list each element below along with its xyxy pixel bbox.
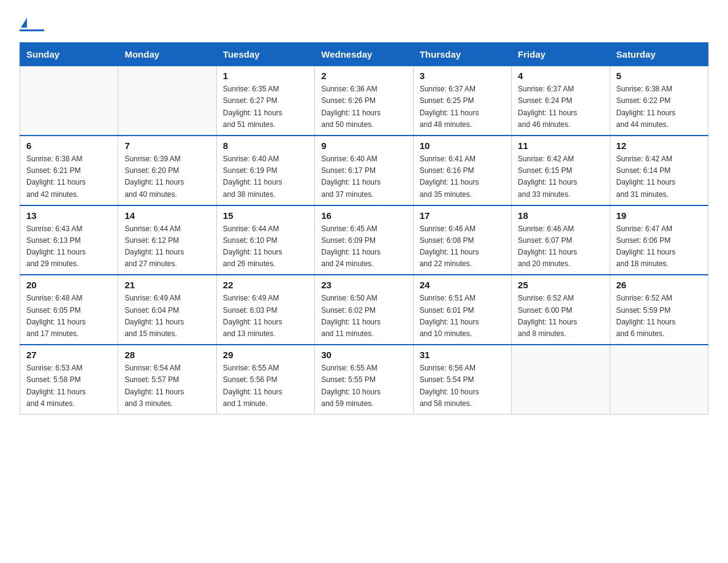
day-number: 15 (223, 210, 308, 221)
calendar-cell: 31Sunrise: 6:56 AMSunset: 5:54 PMDayligh… (413, 345, 511, 414)
calendar-cell: 20Sunrise: 6:48 AMSunset: 6:05 PMDayligh… (20, 275, 118, 345)
day-number: 28 (124, 350, 210, 360)
calendar-cell: 6Sunrise: 6:38 AMSunset: 6:21 PMDaylight… (20, 136, 118, 205)
day-number: 14 (124, 210, 210, 221)
day-info: Sunrise: 6:38 AMSunset: 6:22 PMDaylight:… (616, 83, 702, 131)
calendar-table: SundayMondayTuesdayWednesdayThursdayFrid… (20, 42, 708, 415)
day-number: 16 (321, 210, 406, 221)
calendar-header-thursday: Thursday (413, 43, 511, 66)
day-info: Sunrise: 6:43 AMSunset: 6:13 PMDaylight:… (26, 223, 112, 270)
calendar-week-row: 1Sunrise: 6:35 AMSunset: 6:27 PMDaylight… (20, 66, 708, 136)
calendar-cell: 12Sunrise: 6:42 AMSunset: 6:14 PMDayligh… (610, 136, 708, 205)
calendar-header-sunday: Sunday (20, 43, 118, 66)
day-number: 1 (223, 71, 308, 81)
calendar-cell: 19Sunrise: 6:47 AMSunset: 6:06 PMDayligh… (610, 205, 708, 275)
day-number: 18 (518, 210, 603, 221)
calendar-cell: 25Sunrise: 6:52 AMSunset: 6:00 PMDayligh… (512, 275, 610, 345)
header (20, 15, 708, 31)
calendar-cell: 29Sunrise: 6:55 AMSunset: 5:56 PMDayligh… (216, 345, 314, 414)
calendar-cell: 26Sunrise: 6:52 AMSunset: 5:59 PMDayligh… (610, 275, 708, 345)
calendar-cell: 28Sunrise: 6:54 AMSunset: 5:57 PMDayligh… (118, 345, 216, 414)
day-info: Sunrise: 6:46 AMSunset: 6:07 PMDaylight:… (518, 223, 603, 270)
day-number: 12 (616, 140, 702, 151)
calendar-cell: 23Sunrise: 6:50 AMSunset: 6:02 PMDayligh… (315, 275, 413, 345)
day-number: 29 (223, 350, 308, 360)
day-info: Sunrise: 6:35 AMSunset: 6:27 PMDaylight:… (223, 83, 308, 131)
day-number: 5 (616, 71, 702, 81)
day-info: Sunrise: 6:44 AMSunset: 6:12 PMDaylight:… (124, 223, 210, 270)
day-info: Sunrise: 6:52 AMSunset: 5:59 PMDaylight:… (616, 293, 702, 340)
day-info: Sunrise: 6:48 AMSunset: 6:05 PMDaylight:… (26, 293, 112, 340)
calendar-cell: 7Sunrise: 6:39 AMSunset: 6:20 PMDaylight… (118, 136, 216, 205)
calendar-cell (610, 345, 708, 414)
day-number: 27 (26, 350, 112, 360)
day-info: Sunrise: 6:44 AMSunset: 6:10 PMDaylight:… (223, 223, 308, 270)
calendar-cell: 10Sunrise: 6:41 AMSunset: 6:16 PMDayligh… (413, 136, 511, 205)
day-number: 21 (124, 280, 210, 290)
day-number: 2 (321, 71, 406, 81)
day-info: Sunrise: 6:49 AMSunset: 6:03 PMDaylight:… (223, 293, 308, 340)
calendar-cell: 24Sunrise: 6:51 AMSunset: 6:01 PMDayligh… (413, 275, 511, 345)
calendar-cell: 18Sunrise: 6:46 AMSunset: 6:07 PMDayligh… (512, 205, 610, 275)
day-info: Sunrise: 6:47 AMSunset: 6:06 PMDaylight:… (616, 223, 702, 270)
calendar-cell: 4Sunrise: 6:37 AMSunset: 6:24 PMDaylight… (512, 66, 610, 136)
day-info: Sunrise: 6:52 AMSunset: 6:00 PMDaylight:… (518, 293, 603, 340)
day-number: 23 (321, 280, 406, 290)
day-info: Sunrise: 6:51 AMSunset: 6:01 PMDaylight:… (420, 293, 505, 340)
day-number: 13 (26, 210, 112, 221)
calendar-cell: 16Sunrise: 6:45 AMSunset: 6:09 PMDayligh… (315, 205, 413, 275)
day-info: Sunrise: 6:54 AMSunset: 5:57 PMDaylight:… (124, 362, 210, 410)
calendar-header-friday: Friday (512, 43, 610, 66)
calendar-week-row: 6Sunrise: 6:38 AMSunset: 6:21 PMDaylight… (20, 136, 708, 205)
calendar-cell: 27Sunrise: 6:53 AMSunset: 5:58 PMDayligh… (20, 345, 118, 414)
day-number: 3 (420, 71, 505, 81)
day-info: Sunrise: 6:40 AMSunset: 6:17 PMDaylight:… (321, 153, 406, 201)
day-number: 24 (420, 280, 505, 290)
calendar-cell: 17Sunrise: 6:46 AMSunset: 6:08 PMDayligh… (413, 205, 511, 275)
calendar-week-row: 20Sunrise: 6:48 AMSunset: 6:05 PMDayligh… (20, 275, 708, 345)
day-info: Sunrise: 6:45 AMSunset: 6:09 PMDaylight:… (321, 223, 406, 270)
calendar-cell: 15Sunrise: 6:44 AMSunset: 6:10 PMDayligh… (216, 205, 314, 275)
calendar-cell: 8Sunrise: 6:40 AMSunset: 6:19 PMDaylight… (216, 136, 314, 205)
day-info: Sunrise: 6:42 AMSunset: 6:15 PMDaylight:… (518, 153, 603, 201)
day-number: 7 (124, 140, 210, 151)
day-info: Sunrise: 6:41 AMSunset: 6:16 PMDaylight:… (420, 153, 505, 201)
day-info: Sunrise: 6:55 AMSunset: 5:55 PMDaylight:… (321, 362, 406, 410)
day-number: 10 (420, 140, 505, 151)
calendar-cell: 21Sunrise: 6:49 AMSunset: 6:04 PMDayligh… (118, 275, 216, 345)
day-info: Sunrise: 6:37 AMSunset: 6:25 PMDaylight:… (420, 83, 505, 131)
day-info: Sunrise: 6:38 AMSunset: 6:21 PMDaylight:… (26, 153, 112, 201)
logo-general (20, 15, 27, 29)
day-number: 30 (321, 350, 406, 360)
day-info: Sunrise: 6:50 AMSunset: 6:02 PMDaylight:… (321, 293, 406, 340)
calendar-cell: 5Sunrise: 6:38 AMSunset: 6:22 PMDaylight… (610, 66, 708, 136)
day-info: Sunrise: 6:55 AMSunset: 5:56 PMDaylight:… (223, 362, 308, 410)
calendar-header-wednesday: Wednesday (315, 43, 413, 66)
calendar-header-saturday: Saturday (610, 43, 708, 66)
day-info: Sunrise: 6:49 AMSunset: 6:04 PMDaylight:… (124, 293, 210, 340)
calendar-week-row: 13Sunrise: 6:43 AMSunset: 6:13 PMDayligh… (20, 205, 708, 275)
day-number: 11 (518, 140, 603, 151)
day-number: 20 (26, 280, 112, 290)
day-number: 4 (518, 71, 603, 81)
day-info: Sunrise: 6:53 AMSunset: 5:58 PMDaylight:… (26, 362, 112, 410)
page: SundayMondayTuesdayWednesdayThursdayFrid… (0, 0, 728, 429)
day-number: 25 (518, 280, 603, 290)
calendar-cell: 30Sunrise: 6:55 AMSunset: 5:55 PMDayligh… (315, 345, 413, 414)
day-number: 8 (223, 140, 308, 151)
calendar-cell: 1Sunrise: 6:35 AMSunset: 6:27 PMDaylight… (216, 66, 314, 136)
calendar-cell: 14Sunrise: 6:44 AMSunset: 6:12 PMDayligh… (118, 205, 216, 275)
day-info: Sunrise: 6:46 AMSunset: 6:08 PMDaylight:… (420, 223, 505, 270)
day-info: Sunrise: 6:36 AMSunset: 6:26 PMDaylight:… (321, 83, 406, 131)
calendar-cell (118, 66, 216, 136)
day-info: Sunrise: 6:39 AMSunset: 6:20 PMDaylight:… (124, 153, 210, 201)
calendar-cell (512, 345, 610, 414)
day-number: 19 (616, 210, 702, 221)
day-info: Sunrise: 6:37 AMSunset: 6:24 PMDaylight:… (518, 83, 603, 131)
calendar-cell: 22Sunrise: 6:49 AMSunset: 6:03 PMDayligh… (216, 275, 314, 345)
day-number: 31 (420, 350, 505, 360)
day-number: 22 (223, 280, 308, 290)
day-number: 17 (420, 210, 505, 221)
logo-underline (20, 29, 44, 31)
calendar-cell: 11Sunrise: 6:42 AMSunset: 6:15 PMDayligh… (512, 136, 610, 205)
